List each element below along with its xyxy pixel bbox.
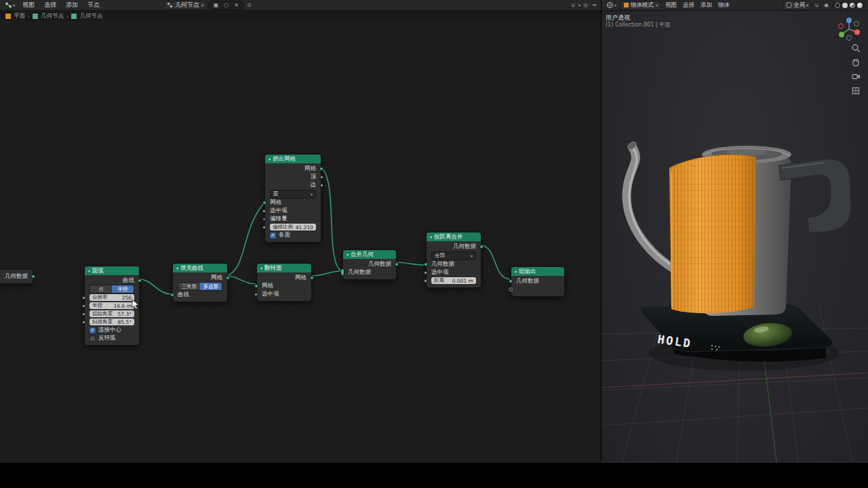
node-fill-curve[interactable]: ▾ 填充曲线 网格 三角形 多边形 曲线: [172, 263, 228, 302]
virtual-input-socket[interactable]: [509, 287, 513, 291]
connect-center-checkbox[interactable]: ✓: [90, 327, 96, 333]
snap-options-chevron[interactable]: ▾: [578, 3, 580, 7]
collapse-icon[interactable]: ▾: [347, 252, 349, 257]
menu-object[interactable]: 物体: [716, 1, 732, 9]
start-angle-field[interactable]: 起始角度 57.3°: [90, 310, 134, 317]
mesh-input-socket[interactable]: [262, 201, 267, 205]
geometry-output-socket[interactable]: [31, 274, 35, 279]
top-output-socket[interactable]: [319, 174, 324, 179]
wireframe-shading-icon[interactable]: [835, 3, 840, 8]
toggle-perspective-icon[interactable]: [851, 86, 861, 96]
node-join-geometry[interactable]: ▾ 合并几何 几何数据 几何数据: [342, 249, 397, 280]
unlink-icon[interactable]: ✕: [233, 1, 240, 9]
geometry-input-socket[interactable]: [509, 279, 513, 283]
proportional-edit-icon[interactable]: ◉: [823, 1, 830, 9]
node-fill-curve-header[interactable]: ▾ 填充曲线: [173, 264, 227, 272]
breadcrumb-object[interactable]: 平面: [14, 12, 25, 20]
material-shading-icon[interactable]: [850, 3, 855, 8]
collapse-icon[interactable]: ▾: [260, 266, 262, 270]
solid-shading-icon[interactable]: [842, 3, 848, 8]
distance-field[interactable]: 距离 0.001 m: [431, 277, 476, 284]
menu-add[interactable]: 添加: [698, 1, 714, 9]
selection-input-socket[interactable]: [254, 291, 258, 296]
move-view-hand-icon[interactable]: [851, 58, 861, 67]
snap-magnet-icon[interactable]: ∪: [570, 1, 577, 9]
offset-scale-socket[interactable]: [262, 224, 267, 229]
geometry-multi-input-socket[interactable]: [340, 268, 344, 276]
mesh-output-socket[interactable]: [226, 276, 230, 280]
node-join-geometry-header[interactable]: ▾ 合并几何: [343, 250, 396, 259]
merge-mode-dropdown[interactable]: 全部▾: [431, 251, 476, 260]
options-icon[interactable]: ≡: [591, 1, 598, 9]
offset-scale-field[interactable]: 偏移比例 41.210: [270, 224, 316, 230]
node-tree-selector[interactable]: 几何节点 ▾: [163, 1, 207, 10]
rendered-shading-icon[interactable]: [857, 3, 863, 8]
geometry-output-socket[interactable]: [479, 245, 484, 249]
menu-view[interactable]: 视图: [663, 1, 679, 9]
collapse-icon[interactable]: ▾: [430, 235, 432, 239]
fake-user-icon[interactable]: ○: [222, 1, 230, 9]
offset-input-socket[interactable]: [262, 216, 267, 221]
start-angle-socket[interactable]: [81, 311, 86, 316]
collapse-icon[interactable]: ▾: [176, 266, 178, 270]
pin-icon[interactable]: ⊙: [245, 1, 253, 9]
node-group-input[interactable]: 几何数据: [0, 269, 33, 284]
mode-radius[interactable]: 半径: [112, 285, 134, 293]
node-group-output[interactable]: ▾ 组输出 几何数据: [511, 266, 565, 297]
node-merge-by-distance-header[interactable]: ▾ 按距离合并: [427, 232, 481, 241]
editor-divider[interactable]: [601, 0, 601, 463]
curve-input-socket[interactable]: [170, 293, 174, 297]
mode-ngons[interactable]: 多边形: [200, 283, 222, 290]
node-tree-id-field[interactable]: ▣ ○ ✕: [208, 1, 244, 10]
selection-input-socket[interactable]: [262, 208, 267, 213]
mode-dropdown[interactable]: 物体模式 ▾: [620, 1, 661, 10]
node-flip-faces-header[interactable]: ▾ 翻转面: [257, 264, 311, 272]
editor-type-button[interactable]: ▾: [604, 1, 618, 9]
camera-view-icon[interactable]: [851, 72, 861, 81]
mesh-input-socket[interactable]: [254, 284, 258, 288]
arc-mode-toggle[interactable]: 点 半径: [90, 285, 134, 293]
resolution-socket[interactable]: [81, 295, 86, 300]
distance-socket[interactable]: [423, 278, 428, 283]
menu-add[interactable]: 添加: [62, 1, 82, 9]
mode-points[interactable]: 点: [90, 285, 112, 293]
invert-arc-checkbox[interactable]: [90, 336, 96, 342]
breadcrumb-modifier[interactable]: 几何节点: [41, 12, 64, 20]
node-flip-faces[interactable]: ▾ 翻转面 网格 网格 选中项: [256, 263, 312, 302]
menu-view[interactable]: 视图: [18, 1, 39, 9]
collapse-icon[interactable]: ▾: [88, 268, 90, 273]
overlays-icon[interactable]: ◎: [582, 1, 589, 9]
node-arc-header[interactable]: ▾ 圆弧: [85, 266, 139, 275]
collapse-icon[interactable]: ▾: [515, 269, 517, 274]
fill-mode-toggle[interactable]: 三角形 多边形: [178, 282, 222, 291]
individual-checkbox[interactable]: ✓: [270, 232, 276, 239]
collapse-icon[interactable]: ▾: [269, 157, 271, 161]
geometry-input-socket[interactable]: [424, 262, 428, 266]
mode-triangles[interactable]: 三角形: [178, 283, 200, 290]
zoom-icon[interactable]: [851, 43, 861, 53]
snap-magnet-icon[interactable]: ∪: [813, 1, 821, 9]
breadcrumb-node-tree[interactable]: 几何节点: [79, 12, 102, 20]
shield-icon[interactable]: ▣: [212, 1, 220, 9]
geometry-output-socket[interactable]: [395, 262, 399, 266]
curve-output-socket[interactable]: [138, 279, 142, 283]
transform-orientation-dropdown[interactable]: 全局 ▾: [783, 1, 811, 10]
editor-type-button[interactable]: ▾: [3, 1, 17, 9]
menu-select[interactable]: 选择: [40, 1, 60, 9]
navigation-gizmo[interactable]: [836, 16, 862, 42]
node-group-output-header[interactable]: ▾ 组输出: [511, 267, 564, 276]
node-extrude-mesh[interactable]: ▾ 挤出网格 网格 顶 边 面▾ 网格 选中项 偏移量: [264, 154, 321, 243]
mesh-output-socket[interactable]: [310, 276, 314, 280]
side-output-socket[interactable]: [319, 182, 324, 187]
sweep-angle-socket[interactable]: [81, 319, 86, 324]
viewport-canvas[interactable]: HOLD: [601, 11, 868, 463]
radius-field[interactable]: 半径 16.6 m: [90, 302, 134, 309]
extrude-mode-dropdown[interactable]: 面▾: [270, 190, 316, 199]
geometry-node-editor[interactable]: 几何数据 ▾ 圆弧 曲线 点 半径: [0, 0, 601, 463]
radius-socket[interactable]: [81, 303, 86, 308]
sweep-angle-field[interactable]: 扫描角度 85.5°: [90, 319, 134, 325]
node-merge-by-distance[interactable]: ▾ 按距离合并 几何数据 全部▾ 几何数据 选中项 距离 0.001 m: [426, 232, 481, 288]
resolution-field[interactable]: 分辨率 256: [90, 294, 134, 301]
node-extrude-mesh-header[interactable]: ▾ 挤出网格: [265, 155, 321, 163]
menu-select[interactable]: 选择: [681, 1, 696, 9]
